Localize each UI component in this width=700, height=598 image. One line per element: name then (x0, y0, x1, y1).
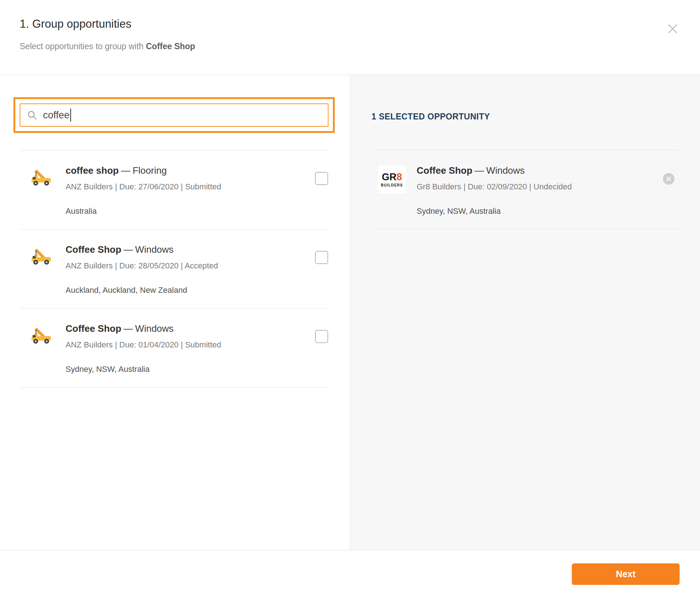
title-separator: — (475, 165, 484, 176)
opportunity-details: Coffee Shop—Windows ANZ Builders | Due: … (66, 244, 315, 295)
remove-x-icon (666, 176, 671, 181)
opportunity-details: Coffee Shop—Windows ANZ Builders | Due: … (66, 323, 315, 374)
logo-text-bottom: BUILDERS (381, 183, 403, 187)
modal-title: 1. Group opportunities (20, 17, 680, 31)
opportunity-row: Coffee Shop—Windows ANZ Builders | Due: … (20, 308, 328, 387)
opportunity-meta: ANZ Builders | Due: 01/04/2020 | Submitt… (66, 340, 315, 350)
opportunity-title: Coffee Shop—Windows (66, 323, 315, 334)
title-separator: — (123, 323, 133, 334)
opportunity-name: Coffee Shop (66, 244, 121, 255)
selected-opportunity-row: GR8 BUILDERS Coffee Shop—Windows Gr8 Bui… (371, 150, 680, 229)
selected-opportunity-name: Coffee Shop (417, 165, 472, 176)
opportunity-location: Sydney, NSW, Australia (66, 364, 315, 374)
modal-header: 1. Group opportunities Select opportunit… (0, 0, 700, 75)
search-query-text: coffee (43, 110, 70, 121)
select-opportunity-checkbox[interactable] (315, 330, 328, 343)
opportunity-meta: ANZ Builders | Due: 27/06/2020 | Submitt… (66, 182, 315, 192)
opportunity-type: Windows (135, 244, 173, 255)
crane-truck-icon (30, 166, 52, 188)
opportunity-title: Coffee Shop—Windows (66, 244, 315, 255)
selected-opportunity-details: Coffee Shop—Windows Gr8 Builders | Due: … (417, 165, 680, 216)
opportunity-type: Flooring (133, 165, 167, 176)
gr8-builders-logo: GR8 BUILDERS (378, 166, 406, 193)
selected-opportunity-type: Windows (486, 165, 524, 176)
group-opportunities-modal: 1. Group opportunities Select opportunit… (0, 0, 700, 598)
modal-footer: Next (0, 550, 700, 598)
selected-count-header: 1 SELECTED OPPORTUNITY (371, 111, 680, 122)
select-opportunity-checkbox[interactable] (315, 251, 328, 264)
selected-list: GR8 BUILDERS Coffee Shop—Windows Gr8 Bui… (371, 150, 680, 229)
selected-panel: 1 SELECTED OPPORTUNITY GR8 BUILDERS (350, 75, 700, 550)
close-icon (666, 23, 679, 35)
subtitle-text: Select opportunities to group with (20, 42, 146, 51)
opportunity-location: Australia (66, 206, 315, 216)
title-separator: — (123, 244, 133, 255)
opportunity-row: coffee shop—Flooring ANZ Builders | Due:… (20, 150, 328, 229)
selected-opportunity-location: Sydney, NSW, Australia (417, 206, 680, 216)
title-separator: — (121, 165, 130, 176)
text-caret (70, 109, 71, 122)
selected-opportunity-meta: Gr8 Builders | Due: 02/09/2020 | Undecid… (417, 182, 680, 192)
opportunity-name: coffee shop (66, 165, 119, 176)
opportunity-name: Coffee Shop (66, 323, 121, 334)
search-input[interactable]: coffee (20, 103, 329, 127)
selected-opportunity-title: Coffee Shop—Windows (417, 165, 680, 176)
opportunity-meta: ANZ Builders | Due: 28/05/2020 | Accepte… (66, 261, 315, 271)
remove-selected-button[interactable] (663, 173, 675, 185)
modal-body: coffee (0, 75, 700, 550)
opportunity-row: Coffee Shop—Windows ANZ Builders | Due: … (20, 229, 328, 308)
close-button[interactable] (666, 23, 679, 35)
next-button[interactable]: Next (572, 563, 680, 585)
opportunity-location: Auckland, Auckland, New Zealand (66, 285, 315, 295)
search-highlight-box: coffee (13, 97, 335, 133)
opportunity-details: coffee shop—Flooring ANZ Builders | Due:… (66, 165, 315, 216)
search-icon (27, 110, 37, 120)
opportunity-title: coffee shop—Flooring (66, 165, 315, 176)
modal-subtitle: Select opportunities to group with Coffe… (20, 42, 680, 51)
logo-text-top: GR8 (382, 172, 402, 182)
select-opportunity-checkbox[interactable] (315, 172, 328, 185)
results-list: coffee shop—Flooring ANZ Builders | Due:… (20, 150, 328, 387)
crane-truck-icon (30, 324, 52, 346)
opportunity-type: Windows (135, 323, 173, 334)
subtitle-target-name: Coffee Shop (146, 42, 195, 51)
search-panel: coffee (0, 75, 350, 550)
crane-truck-icon (30, 245, 52, 267)
